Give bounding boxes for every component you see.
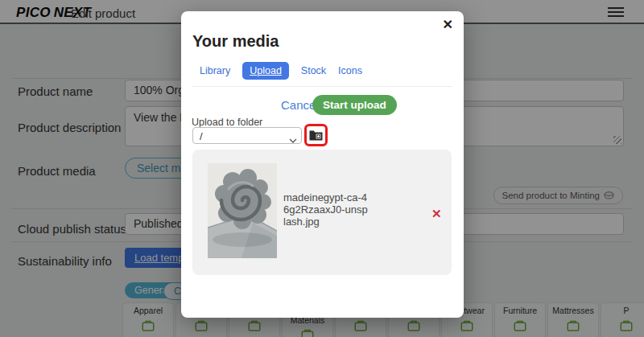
media-tab-upload[interactable]: Upload (242, 62, 289, 80)
screen: PICONEXT Edit product Product name 100% … (0, 0, 644, 337)
new-folder-icon[interactable] (309, 129, 323, 141)
file-name: madeinegypt-ca-46g2RzaaxJ0-unsplash.jpg (283, 191, 369, 228)
upload-preview-panel: madeinegypt-ca-46g2RzaaxJ0-unsplash.jpg … (192, 150, 452, 275)
start-upload-button[interactable]: Start upload (312, 95, 397, 115)
new-folder-annotation-box (304, 124, 328, 146)
upload-to-folder-label: Upload to folder (192, 117, 262, 128)
file-thumbnail-towel-photo (208, 163, 277, 258)
media-tab-stock[interactable]: Stock (301, 65, 326, 76)
your-media-modal: ✕ Your media LibraryUploadStockIcons Can… (181, 11, 464, 318)
remove-file-icon[interactable]: ✕ (431, 207, 442, 221)
chevron-down-icon (289, 134, 297, 146)
folder-select-value: / (200, 130, 203, 142)
folder-select[interactable]: / (192, 127, 302, 144)
media-tabs: LibraryUploadStockIcons (200, 62, 362, 80)
media-tab-library[interactable]: Library (200, 65, 230, 76)
media-tab-icons[interactable]: Icons (338, 65, 362, 76)
modal-title: Your media (192, 32, 279, 51)
tabs-divider (192, 86, 452, 87)
close-icon[interactable]: ✕ (443, 18, 453, 31)
